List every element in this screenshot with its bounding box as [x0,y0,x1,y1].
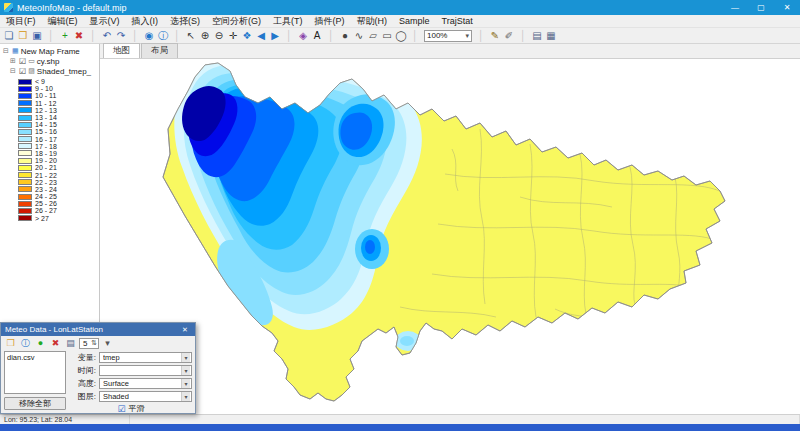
close-button[interactable]: ✕ [774,0,800,15]
file-list-item[interactable]: dian.csv [7,353,63,362]
menu-item[interactable]: TrajStat [436,16,479,26]
menu-item[interactable]: 编辑(E) [42,15,84,28]
remove-layer-icon[interactable]: ✖ [72,29,86,43]
menu-item[interactable]: 项目(F) [0,15,42,28]
open-project-icon[interactable]: ❒ [16,29,30,43]
edit-graphic-icon[interactable]: ✎ [488,29,502,43]
field-value: Shaded [103,392,129,401]
undo-icon[interactable]: ↶ [100,29,114,43]
size-spinner[interactable]: 5 ⇅ [79,338,99,349]
toolbar-separator: │ [86,29,100,43]
open-station-data-icon[interactable]: ❒ [4,337,17,349]
layer-name-label: cy.shp [37,57,60,66]
legend-label: 24 - 25 [35,193,57,200]
legend-item: 11 - 12 [18,100,99,107]
tab-map[interactable]: 地图 [103,43,140,58]
pan-icon[interactable]: ✛ [226,29,240,43]
smooth-checkbox[interactable]: ☑ [117,404,125,414]
spinner-arrows-icon[interactable]: ⇅ [91,339,97,347]
dropdown-arrow-icon: ▾ [181,366,190,375]
new-project-icon[interactable]: ❏ [2,29,16,43]
remove-all-button[interactable]: 移除全部 [4,397,66,410]
menu-item[interactable]: 工具(T) [267,15,309,28]
maximize-button[interactable]: ▢ [748,0,774,15]
legend-label: 22 - 23 [35,179,57,186]
tab-layout[interactable]: 布局 [141,43,178,58]
tree-expander-icon[interactable]: ⊞ [9,57,17,65]
field-select[interactable]: Shaded ▾ [99,391,192,402]
menu-item[interactable]: 插件(P) [309,15,351,28]
menu-item[interactable]: 空间分析(G) [206,15,267,28]
legend-swatch [18,136,32,142]
full-extent-icon[interactable]: ❖ [240,29,254,43]
spinner-value: 5 [83,339,87,348]
legend-swatch [18,107,32,113]
menu-item[interactable]: 帮助(H) [351,15,394,28]
globe-icon[interactable]: ◉ [142,29,156,43]
layer-tree-item[interactable]: ⊞ ☑ ▭ cy.shp [9,56,99,66]
legend-swatch [18,201,32,207]
draw-ellipse-icon[interactable]: ◯ [394,29,408,43]
menu-item[interactable]: 显示(V) [84,15,126,28]
draw-layer-icon[interactable]: ● [34,337,47,349]
attribute-table-icon[interactable]: ▦ [544,29,558,43]
legend-label: 14 - 15 [35,121,57,128]
dialog-close-button[interactable]: ✕ [179,326,191,334]
layer-visibility-checkbox[interactable]: ☑ [19,67,26,76]
toolbar-separator: │ [282,29,296,43]
draw-rectangle-icon[interactable]: ▭ [380,29,394,43]
layers-icon[interactable]: ▤ [530,29,544,43]
zoom-out-icon[interactable]: ⊖ [212,29,226,43]
map-frame-label: New Map Frame [21,47,80,56]
layer-tree-item[interactable]: ⊟ ☑ ▨ Shaded_tmep_ [9,66,99,76]
legend-dropdown-icon[interactable]: ▾ [101,337,114,349]
legend-item: 12 - 13 [18,107,99,114]
save-project-icon[interactable]: ▣ [30,29,44,43]
menu-item[interactable]: Sample [393,16,436,26]
toolbar-separator: │ [170,29,184,43]
draw-point-icon[interactable]: ● [338,29,352,43]
tree-item-map-frame[interactable]: ⊟ ▦ New Map Frame [2,46,99,56]
field-select[interactable]: tmep ▾ [99,352,192,363]
dialog-title: Meteo Data - LonLatStation [5,325,103,334]
zoom-level-select[interactable]: 100% ▾ [424,30,472,42]
identify-icon[interactable]: ◈ [296,29,310,43]
edit-vertices-icon[interactable]: ✐ [502,29,516,43]
dialog-settings-icon[interactable]: ▤ [64,337,77,349]
zoom-in-icon[interactable]: ⊕ [198,29,212,43]
dropdown-arrow-icon: ▾ [181,353,190,362]
field-select[interactable]: Surface ▾ [99,378,192,389]
prev-extent-icon[interactable]: ◀ [254,29,268,43]
add-layer-icon[interactable]: + [58,29,72,43]
data-info-icon[interactable]: ⓘ [19,337,32,349]
select-arrow-icon[interactable]: ↖ [184,29,198,43]
layer-type-icon: ▨ [28,67,35,75]
taskbar [0,424,800,431]
coordinates-readout: Lon: 95.23; Lat: 28.04 [0,415,130,424]
tree-expander-icon[interactable]: ⊟ [9,67,17,75]
next-extent-icon[interactable]: ▶ [268,29,282,43]
clear-data-icon[interactable]: ✖ [49,337,62,349]
menu-item[interactable]: 插入(I) [126,15,165,28]
map-canvas[interactable] [100,59,800,414]
layer-visibility-checkbox[interactable]: ☑ [19,57,26,66]
legend-swatch [18,86,32,92]
menu-item[interactable]: 选择(S) [164,15,206,28]
redo-icon[interactable]: ↷ [114,29,128,43]
legend-item: 20 - 21 [18,164,99,171]
legend-swatch [18,100,32,106]
legend-label: 10 - 11 [35,92,56,99]
draw-polyline-icon[interactable]: ∿ [352,29,366,43]
station-file-list[interactable]: dian.csv [4,351,66,394]
legend-item: 10 - 11 [18,92,99,99]
text-label-icon[interactable]: A [310,29,324,43]
legend-label: < 9 [35,78,45,85]
tree-expander-icon[interactable]: ⊟ [2,47,10,55]
legend-item: > 27 [18,215,99,222]
field-select[interactable]: ▾ [99,365,192,376]
minimize-button[interactable]: — [722,0,748,15]
attribute-info-icon[interactable]: ⓘ [156,29,170,43]
legend-swatch [18,79,32,85]
draw-polygon-icon[interactable]: ▱ [366,29,380,43]
field-label: 图层: [70,391,96,402]
